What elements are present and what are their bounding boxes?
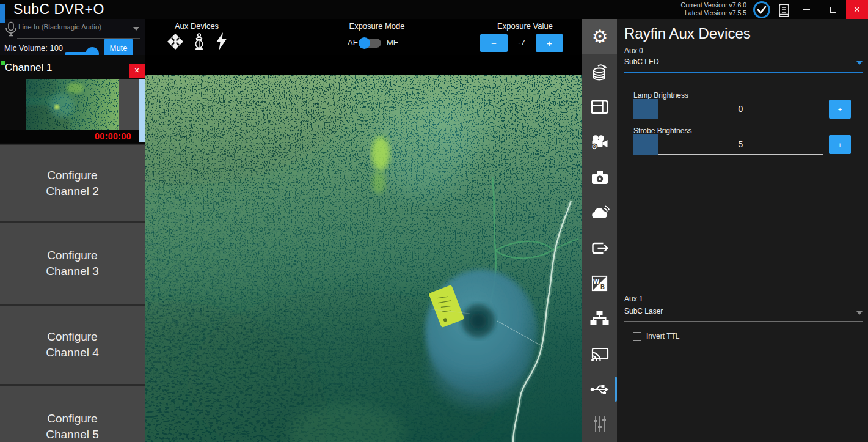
configure-channel-4-label: Configure Channel 4 xyxy=(37,329,109,361)
invert-ttl-checkbox[interactable] xyxy=(633,332,641,341)
exposure-mode-toggle[interactable] xyxy=(360,39,381,48)
configure-channel-2-button[interactable]: Configure Channel 2 xyxy=(0,145,145,221)
channel-1-close-button[interactable]: ✕ xyxy=(129,64,145,78)
exposure-increase-button[interactable]: + xyxy=(536,34,563,52)
exposure-mode-title: Exposure Mode xyxy=(340,21,414,31)
mute-button[interactable]: Mute xyxy=(104,39,133,56)
channel-sidebar: Channel 1 ✕ xyxy=(0,55,145,442)
rayfin-aux-panel: Rayfin Aux Devices Aux 0 SubC LED Lamp B… xyxy=(617,19,868,442)
chevron-down-icon xyxy=(856,311,863,315)
strobe-brightness-decrease-button[interactable] xyxy=(633,134,658,155)
app-window: SubC DVR+O Current Version: v7.6.0 Lates… xyxy=(0,0,868,442)
microphone-icon xyxy=(4,21,18,40)
underwater-video-frame xyxy=(145,75,582,442)
thumbnail-right-pad xyxy=(119,79,139,130)
strobe-brightness-underline xyxy=(658,154,823,155)
camera-toolbar: Aux Devices Exposure Mode AE ME Exposure… xyxy=(145,19,582,55)
aux0-device-value: SubC LED xyxy=(624,57,659,66)
mic-volume-label: Mic Volume: 100 xyxy=(4,43,63,53)
svg-text:⚙: ⚙ xyxy=(591,26,608,47)
record-time-bar: 00:00:00 xyxy=(0,130,139,143)
minimize-button[interactable] xyxy=(795,0,817,19)
nav-screen-cast-icon[interactable] xyxy=(582,336,617,372)
auto-exposure-label: AE xyxy=(348,38,358,47)
svg-text:B: B xyxy=(600,284,605,290)
exposure-value: -7 xyxy=(509,38,534,47)
current-version: Current Version: v7.6.0 xyxy=(681,1,746,9)
nav-cloud-upload-icon[interactable] xyxy=(582,195,617,230)
latest-version: Latest Version: v7.5.5 xyxy=(681,9,746,17)
lamp-brightness-underline xyxy=(658,119,823,119)
nav-settings-gear[interactable]: ⚙ xyxy=(582,19,617,54)
strobe-brightness-value: 5 xyxy=(658,139,823,149)
channel-1-thumbnail xyxy=(26,79,119,130)
record-time: 00:00:00 xyxy=(95,131,131,141)
configure-channel-3-label: Configure Channel 3 xyxy=(37,248,109,279)
app-title: SubC DVR+O xyxy=(13,1,104,18)
audio-panel: Line In (Blackmagic Audio) Mic Volume: 1… xyxy=(0,19,145,55)
aux-devices-title: Aux Devices xyxy=(157,21,236,31)
lamp-brightness-increase-button[interactable]: + xyxy=(829,100,851,119)
configure-channel-2-label: Configure Channel 2 xyxy=(37,168,109,199)
nav-storage-database-icon[interactable] xyxy=(582,54,617,90)
nav-usb-devices-icon[interactable] xyxy=(582,372,617,407)
chevron-down-icon xyxy=(856,61,863,65)
configure-channel-4-button[interactable]: Configure Channel 4 xyxy=(0,306,145,384)
svg-text:⚙: ⚙ xyxy=(591,143,597,151)
aux0-device-select[interactable]: SubC LED xyxy=(624,57,863,66)
lamp-brightness-decrease-button[interactable] xyxy=(633,99,658,119)
exposure-value-title: Exposure Value xyxy=(484,21,566,31)
nav-white-balance-icon[interactable]: WB xyxy=(582,266,617,301)
strobe-lightning-icon[interactable] xyxy=(213,32,229,54)
nav-export-output-icon[interactable] xyxy=(582,230,617,266)
strobe-brightness-label: Strobe Brightness xyxy=(633,127,691,135)
configure-channel-3-button[interactable]: Configure Channel 3 xyxy=(0,223,145,304)
laser-diamond-icon[interactable] xyxy=(166,32,185,54)
nav-adjustment-sliders-icon[interactable] xyxy=(582,407,617,442)
aux0-label: Aux 0 xyxy=(624,46,643,55)
exposure-mode-toggle-row: AE ME xyxy=(346,36,432,51)
configure-channel-5-button[interactable]: Configure Channel 5 xyxy=(0,386,145,442)
aux1-device-value: SubC Laser xyxy=(624,307,663,315)
title-accent-bar xyxy=(0,4,5,23)
toggle-knob xyxy=(359,37,370,49)
maximize-button[interactable] xyxy=(822,0,844,19)
channel-scrollbar[interactable] xyxy=(139,79,145,142)
strobe-brightness-increase-button[interactable]: + xyxy=(829,135,851,154)
channel-1-label: Channel 1 xyxy=(5,62,53,74)
exposure-decrease-button[interactable]: − xyxy=(480,34,508,52)
lamp-brightness-value: 0 xyxy=(658,104,823,114)
close-window-button[interactable]: ✕ xyxy=(846,0,868,19)
nav-rail: ⚙ ⚙ WB xyxy=(582,19,617,442)
aux0-select-underline xyxy=(624,72,863,73)
nav-video-camera-settings-icon[interactable]: ⚙ xyxy=(582,125,617,160)
aux1-label: Aux 1 xyxy=(624,295,643,303)
lamp-brightness-label: Lamp Brightness xyxy=(633,91,688,100)
configure-channel-5-label: Configure Channel 5 xyxy=(37,411,109,442)
audio-input-value: Line In (Blackmagic Audio) xyxy=(18,23,101,31)
nav-layout-panels-icon[interactable] xyxy=(582,89,617,125)
chevron-down-icon xyxy=(133,27,139,31)
invert-ttl-label: Invert TTL xyxy=(646,332,679,341)
titlebar: SubC DVR+O Current Version: v7.6.0 Lates… xyxy=(0,0,868,19)
manual-exposure-label: ME xyxy=(387,38,399,47)
lantern-icon[interactable] xyxy=(191,33,207,54)
audio-input-underline xyxy=(17,38,140,39)
aux1-select-underline xyxy=(624,321,863,322)
nav-still-camera-icon[interactable] xyxy=(582,160,617,196)
panel-title: Rayfin Aux Devices xyxy=(624,25,751,42)
update-check-icon[interactable] xyxy=(752,0,771,19)
channel-1-tile[interactable]: Channel 1 ✕ xyxy=(0,55,145,144)
version-info: Current Version: v7.6.0 Latest Version: … xyxy=(681,1,746,17)
maximize-icon xyxy=(830,7,836,13)
release-notes-icon[interactable] xyxy=(775,1,792,18)
svg-text:W: W xyxy=(593,278,600,285)
minimize-icon xyxy=(803,9,810,10)
audio-input-select[interactable]: Line In (Blackmagic Audio) xyxy=(18,23,133,35)
nav-network-lan-icon[interactable] xyxy=(582,301,617,336)
aux1-device-select[interactable]: SubC Laser xyxy=(624,307,863,315)
video-feed[interactable] xyxy=(145,55,582,442)
